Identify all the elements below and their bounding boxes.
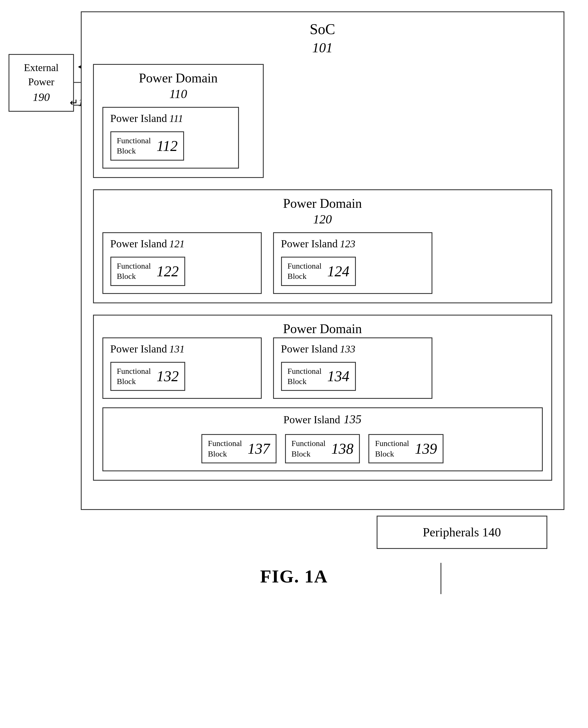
- peripherals-container: Peripherals 140: [81, 516, 564, 549]
- pi121-title: Power Island: [110, 237, 167, 250]
- pd120-number: 120: [102, 212, 543, 226]
- pi133-title: Power Island: [281, 343, 338, 355]
- pi133-number: 133: [340, 343, 355, 355]
- external-power-label: External Power 190: [17, 61, 66, 105]
- power-domain-120: Power Domain 120 Power Island 121 Functi…: [93, 189, 552, 303]
- power-island-131: Power Island 131 FunctionalBlock 132: [102, 337, 262, 399]
- fb112: FunctionalBlock 112: [110, 131, 184, 161]
- power-island-135: Power Island 135 FunctionalBlock 137 Fun…: [102, 407, 543, 471]
- fb112-number: 112: [156, 138, 177, 154]
- pi123-title: Power Island: [281, 237, 338, 250]
- power-island-121: Power Island 121 FunctionalBlock 122: [102, 232, 262, 294]
- fb138: FunctionalBlock 138: [285, 434, 360, 463]
- soc-label: SoC: [93, 21, 552, 38]
- fb122: FunctionalBlock 122: [110, 257, 186, 286]
- page: External Power 190 ⮜191 ↵193 SoC 101 Pow…: [0, 0, 588, 728]
- pd110-number: 110: [102, 87, 254, 101]
- fb137: FunctionalBlock 137: [202, 434, 276, 463]
- pi111-title: Power Island: [110, 112, 167, 125]
- pi131-number: 131: [169, 343, 185, 355]
- fb138-number: 138: [331, 440, 353, 457]
- fb124-number: 124: [327, 263, 349, 280]
- peripherals-box: Peripherals 140: [377, 516, 547, 549]
- fb122-number: 122: [156, 263, 178, 280]
- pi111-number: 111: [169, 113, 183, 125]
- fb134: FunctionalBlock 134: [281, 362, 356, 391]
- peripherals-label: Peripherals 140: [423, 525, 501, 539]
- fb137-label: FunctionalBlock: [208, 438, 242, 459]
- fb134-number: 134: [327, 368, 349, 384]
- power-island-133: Power Island 133 FunctionalBlock 134: [273, 337, 433, 399]
- fb138-label: FunctionalBlock: [292, 438, 326, 459]
- fb122-label: FunctionalBlock: [117, 261, 151, 282]
- pi131-title: Power Island: [110, 343, 167, 355]
- pd130-title: Power Domain: [102, 321, 543, 336]
- pi135-title: Power Island: [284, 413, 340, 426]
- soc-number: 101: [93, 40, 552, 56]
- power-island-123: Power Island 123 FunctionalBlock 124: [273, 232, 433, 294]
- power-domain-110: Power Domain 110 Power Island 111 Functi…: [93, 64, 264, 178]
- fb139-label: FunctionalBlock: [375, 438, 409, 459]
- soc-container: SoC 101 Power Domain 110 Power Island 11…: [81, 12, 564, 510]
- fb124-label: FunctionalBlock: [288, 261, 322, 282]
- fb124: FunctionalBlock 124: [281, 257, 356, 286]
- fb139-number: 139: [415, 440, 437, 457]
- fb134-label: FunctionalBlock: [288, 366, 322, 387]
- figure-caption: FIG. 1A: [260, 566, 328, 587]
- fb132-number: 132: [156, 368, 178, 384]
- fb132-label: FunctionalBlock: [117, 366, 151, 387]
- fb139: FunctionalBlock 139: [369, 434, 443, 463]
- power-domain-130: Power Domain Power Island 131 Functional…: [93, 315, 552, 481]
- pi121-number: 121: [169, 238, 185, 250]
- pi123-number: 123: [340, 238, 355, 250]
- fb137-number: 137: [248, 440, 270, 457]
- pd110-title: Power Domain: [102, 70, 254, 86]
- external-power-box: External Power 190: [8, 54, 74, 112]
- fb112-label: FunctionalBlock: [117, 136, 151, 156]
- pi135-number: 135: [344, 413, 361, 426]
- pd120-title: Power Domain: [102, 196, 543, 211]
- power-island-111: Power Island 111 FunctionalBlock 112: [102, 107, 239, 169]
- fb132: FunctionalBlock 132: [110, 362, 186, 391]
